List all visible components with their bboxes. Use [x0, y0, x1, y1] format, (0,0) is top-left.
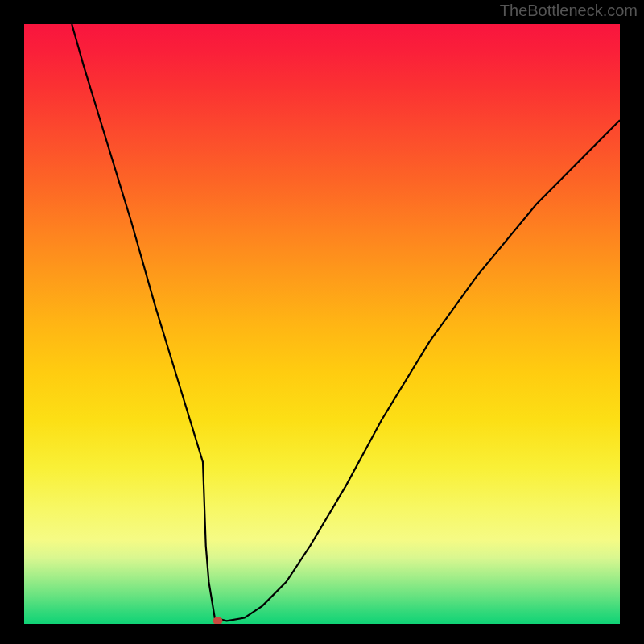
plot-area: [24, 24, 620, 624]
curve-svg: [24, 24, 620, 624]
v-curve: [72, 24, 620, 621]
watermark-text: TheBottleneck.com: [500, 2, 638, 20]
